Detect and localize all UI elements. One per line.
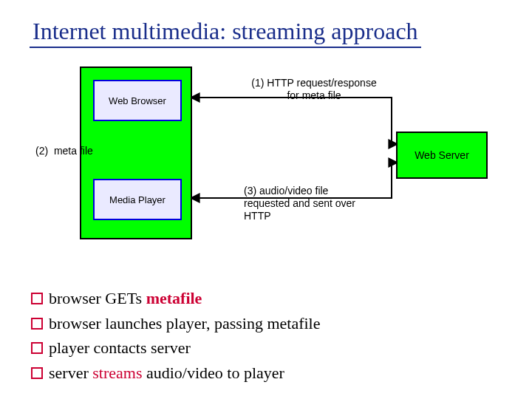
streaming-diagram: Web Browser Media Player Web Server (1) … xyxy=(44,66,488,259)
bullet-item: server streams audio/video to player xyxy=(30,363,502,383)
web-browser-box: Web Browser xyxy=(93,80,182,121)
bullet-text: server xyxy=(49,364,92,382)
bullet-text: browser GETs xyxy=(49,289,146,307)
bullet-keyword: streams xyxy=(92,364,142,382)
slide-title: Internet multimedia: streaming approach xyxy=(30,18,421,48)
annotation-step1: (1) HTTP request/response for meta file xyxy=(236,77,392,102)
bullet-item: browser GETs metafile xyxy=(30,288,502,309)
web-server-box: Web Server xyxy=(396,132,488,179)
bullet-list: browser GETs metafile browser launches p… xyxy=(30,284,502,387)
annotation-step3: (3) audio/video file requested and sent … xyxy=(244,185,406,222)
bullet-text: browser launches player, passing metafil… xyxy=(49,314,321,332)
annotation-step2: (2) meta file xyxy=(35,145,106,157)
bullet-text: player contacts server xyxy=(49,338,191,357)
bullet-item: browser launches player, passing metafil… xyxy=(30,313,502,334)
media-player-box: Media Player xyxy=(93,179,182,220)
bullet-item: player contacts server xyxy=(30,338,502,358)
bullet-keyword: metafile xyxy=(146,289,202,307)
